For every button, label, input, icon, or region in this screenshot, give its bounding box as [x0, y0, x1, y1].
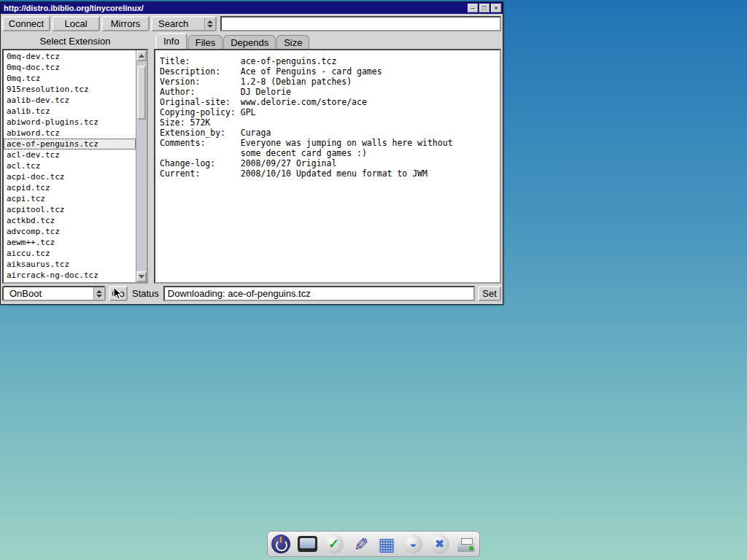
extension-list-item[interactable]: advcomp.tcz [4, 226, 136, 237]
extension-list-item[interactable]: aalib.tcz [4, 106, 136, 117]
tab[interactable]: Files [188, 35, 222, 49]
tab[interactable]: Size [276, 35, 309, 49]
info-line: Version: 1.2-8 (Debian patches) [160, 77, 495, 87]
header-row: Select Extension InfoFilesDependsSize [1, 33, 503, 49]
power-icon[interactable] [269, 532, 293, 556]
terminal-icon[interactable] [295, 532, 319, 556]
extension-list-item[interactable]: acpi.tcz [4, 193, 136, 204]
close-button[interactable]: × [491, 4, 501, 12]
info-line: Comments: Everyone was jumping on walls … [160, 138, 495, 148]
list-header: Select Extension [2, 36, 148, 49]
info-line: Title: ace-of-penguins.tcz [160, 56, 495, 66]
extension-list-item[interactable]: acpid.tcz [4, 182, 136, 193]
info-line: Description: Ace of Penguins - card game… [160, 66, 495, 77]
extension-list-item[interactable]: aircrack-ng.tcz [4, 281, 136, 282]
extension-list-item[interactable]: abiword.tcz [4, 128, 136, 139]
extension-list-item[interactable]: aiksaurus.tcz [4, 259, 136, 270]
tab[interactable]: Info [155, 33, 187, 49]
info-lines: Title: ace-of-penguins.tczDescription: A… [160, 56, 495, 179]
extension-list-item[interactable]: acl-dev.tcz [4, 149, 136, 160]
minimize-button[interactable]: – [468, 4, 478, 12]
extension-list-item[interactable]: acl.tcz [4, 160, 136, 171]
window-title: http://distro.ibiblio.org/tinycorelinux/ [4, 4, 466, 12]
tab-bar: InfoFilesDependsSize [155, 33, 310, 49]
mount-icon[interactable]: ◒ [401, 532, 425, 556]
extension-list-item[interactable]: 0mq.tcz [4, 73, 136, 84]
extension-list-item[interactable]: 0mq-dev.tcz [4, 51, 136, 62]
status-label: Status [132, 288, 159, 299]
onboot-select[interactable]: OnBoot [2, 286, 106, 301]
connect-button[interactable]: Connect [2, 16, 50, 31]
list-scrollbar[interactable] [136, 50, 147, 282]
search-mode-label: Search [158, 18, 188, 29]
main-area: 0mq-dev.tcz0mq-doc.tcz0mq.tcz915resoluti… [1, 49, 503, 284]
extension-list-item[interactable]: aiccu.tcz [4, 248, 136, 259]
status-field[interactable] [163, 286, 475, 301]
scrollbar-thumb[interactable] [137, 66, 146, 120]
search-mode-select[interactable]: Search [151, 16, 217, 31]
chevron-updown-icon [93, 287, 104, 300]
dock: ✓✎▦◒✖ [267, 531, 480, 557]
tab[interactable]: Depends [223, 35, 276, 49]
extension-list-item[interactable]: ace-of-penguins.tcz [4, 139, 136, 149]
info-line: Author: DJ Delorie [160, 87, 495, 97]
info-line: some decent card games :) [160, 148, 495, 158]
extension-list[interactable]: 0mq-dev.tcz0mq-doc.tcz0mq.tcz915resoluti… [4, 50, 136, 282]
extension-list-item[interactable]: aalib-dev.tcz [4, 95, 136, 106]
info-line: Change-log: 2008/09/27 Original [160, 158, 495, 168]
extension-list-item[interactable]: actkbd.tcz [4, 215, 136, 226]
maximize-button[interactable]: □ [479, 4, 489, 12]
extension-list-item[interactable]: acpi-doc.tcz [4, 171, 136, 182]
search-input[interactable] [220, 16, 501, 31]
mouse-cursor [113, 287, 123, 301]
info-line: Size: 572K [160, 117, 495, 128]
info-line: Original-site: www.delorie.com/store/ace [160, 97, 495, 107]
info-line: Current: 2008/10/10 Updated menu format … [160, 168, 495, 179]
info-line: Copying-policy: GPL [160, 107, 495, 117]
info-panel[interactable]: Title: ace-of-penguins.tczDescription: A… [154, 49, 501, 284]
toolbar: Connect Local Mirrors Search [1, 14, 503, 33]
extension-listbox[interactable]: 0mq-dev.tcz0mq-doc.tcz0mq.tcz915resoluti… [2, 49, 148, 284]
dock-items: ✓✎▦◒✖ [268, 532, 479, 556]
desktop[interactable]: http://distro.ibiblio.org/tinycorelinux/… [0, 0, 747, 560]
onboot-label: OnBoot [9, 288, 42, 299]
extension-list-item[interactable]: 915resolution.tcz [4, 84, 136, 95]
extension-list-item[interactable]: aircrack-ng-doc.tcz [4, 270, 136, 281]
extension-list-item[interactable]: 0mq-doc.tcz [4, 62, 136, 73]
printer-icon[interactable] [454, 532, 478, 556]
status-bar: OnBoot Go Status Set [1, 284, 503, 304]
appbrowser-icon[interactable]: ▦ [375, 532, 398, 556]
extension-list-item[interactable]: acpitool.tcz [4, 204, 136, 215]
editor-icon[interactable]: ✎ [349, 532, 372, 556]
info-line: Extension_by: Curaga [160, 128, 495, 138]
scroll-down-icon[interactable] [136, 271, 147, 282]
scroll-up-icon[interactable] [136, 50, 147, 61]
chevron-updown-icon [204, 18, 215, 30]
extension-list-item[interactable]: abiword-plugins.tcz [4, 117, 136, 128]
appbrowser-window: http://distro.ibiblio.org/tinycorelinux/… [0, 1, 503, 305]
local-button[interactable]: Local [52, 16, 100, 31]
exchange-icon[interactable]: ✖ [428, 532, 452, 556]
mirrors-button[interactable]: Mirrors [101, 16, 150, 31]
titlebar[interactable]: http://distro.ibiblio.org/tinycorelinux/… [1, 2, 503, 14]
scrollbar-track[interactable] [136, 61, 147, 271]
control-panel-icon[interactable]: ✓ [322, 532, 346, 556]
set-button[interactable]: Set [478, 286, 501, 301]
extension-list-item[interactable]: aewm++.tcz [4, 237, 136, 248]
